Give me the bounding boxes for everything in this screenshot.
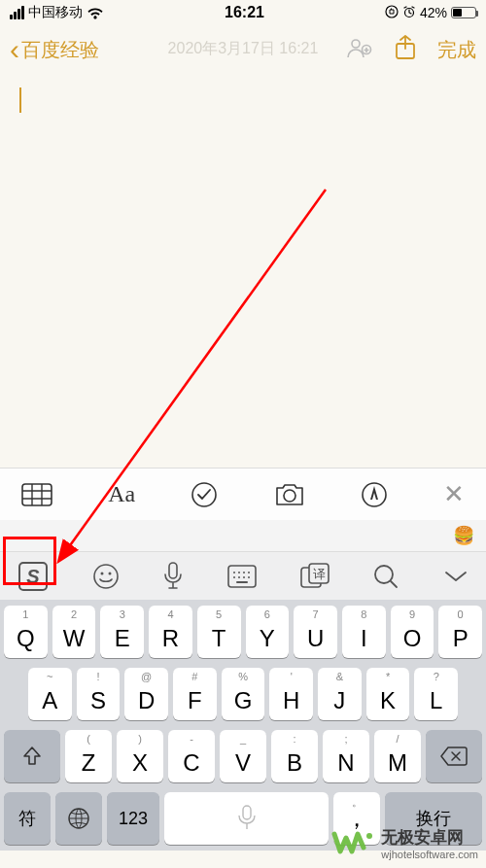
signal-icon xyxy=(10,6,24,19)
space-key[interactable] xyxy=(164,792,329,845)
status-bar: 中国移动 16:21 42% xyxy=(0,0,486,25)
sup-label: % xyxy=(238,671,248,682)
svg-rect-15 xyxy=(228,566,256,587)
key-M[interactable]: /M xyxy=(374,730,421,782)
text-cursor xyxy=(19,87,21,113)
key-A[interactable]: ~A xyxy=(28,668,72,720)
sup-label: ( xyxy=(87,733,90,745)
camera-icon[interactable] xyxy=(274,482,305,507)
key-R[interactable]: 4R xyxy=(149,606,192,658)
main-label: U xyxy=(307,625,324,652)
wifi-icon xyxy=(87,7,104,19)
sup-label: 6 xyxy=(264,608,270,620)
sup-label: ; xyxy=(344,733,347,745)
note-content[interactable] xyxy=(0,74,486,468)
table-icon[interactable] xyxy=(21,483,52,506)
main-label: D xyxy=(138,687,155,714)
kb-row-3: (Z)X-C_V:B;N/M xyxy=(4,730,482,782)
close-keyboard-icon[interactable]: ✕ xyxy=(443,479,465,509)
status-time: 16:21 xyxy=(225,4,264,21)
main-label: E xyxy=(115,625,130,652)
key-C[interactable]: -C xyxy=(168,730,215,782)
translate-icon[interactable]: 译 xyxy=(300,563,330,590)
back-button[interactable]: ‹ 百度经验 xyxy=(10,37,99,63)
svg-point-2 xyxy=(352,40,360,48)
textstyle-button[interactable]: Aa xyxy=(108,481,135,507)
svg-point-19 xyxy=(248,572,250,573)
key-Z[interactable]: (Z xyxy=(65,730,112,782)
main-label: M xyxy=(388,749,407,777)
key-P[interactable]: 0P xyxy=(438,606,482,658)
svg-point-11 xyxy=(94,565,118,588)
key-W[interactable]: 2W xyxy=(52,606,96,658)
svg-point-22 xyxy=(243,576,245,578)
emoji-icon[interactable] xyxy=(92,563,120,590)
svg-point-23 xyxy=(248,576,250,578)
symbol-key[interactable]: 符 xyxy=(4,792,51,845)
keyboard: 1Q2W3E4R5T6Y7U8I9O0P ~A!S@D#F%G'H&J*K?L … xyxy=(0,600,486,851)
sup-label: ) xyxy=(138,733,142,745)
svg-point-18 xyxy=(243,572,245,573)
collaborate-icon[interactable] xyxy=(346,35,373,64)
sup-label: ~ xyxy=(47,671,52,682)
main-label: Z xyxy=(82,749,96,777)
done-button[interactable]: 完成 xyxy=(437,37,476,63)
number-key[interactable]: 123 xyxy=(107,792,159,845)
key-D[interactable]: @D xyxy=(124,668,168,720)
key-U[interactable]: 7U xyxy=(294,606,337,658)
svg-point-21 xyxy=(238,576,240,578)
checklist-icon[interactable] xyxy=(191,481,218,508)
backspace-key[interactable] xyxy=(426,730,482,782)
markup-icon[interactable] xyxy=(361,481,388,508)
key-B[interactable]: :B xyxy=(271,730,318,782)
globe-key[interactable] xyxy=(55,792,102,845)
key-I[interactable]: 8I xyxy=(342,606,386,658)
search-icon[interactable] xyxy=(372,563,399,590)
main-label: I xyxy=(361,625,367,652)
key-L[interactable]: ?L xyxy=(414,668,458,720)
sup-label: 。 xyxy=(352,795,363,810)
svg-point-28 xyxy=(375,566,393,583)
voice-icon[interactable] xyxy=(162,562,184,591)
main-label: Q xyxy=(17,625,35,652)
sup-label: 2 xyxy=(71,608,77,620)
key-K[interactable]: *K xyxy=(366,668,410,720)
collapse-icon[interactable] xyxy=(443,569,469,584)
key-F[interactable]: #F xyxy=(173,668,217,720)
sup-label: 1 xyxy=(22,608,28,620)
main-label: G xyxy=(234,687,253,714)
sup-label: ? xyxy=(434,671,439,682)
sup-label: / xyxy=(396,733,399,745)
key-V[interactable]: _V xyxy=(220,730,266,782)
kb-row-1: 1Q2W3E4R5T6Y7U8I9O0P xyxy=(4,606,482,658)
main-label: J xyxy=(333,687,345,714)
app-suggest-icon[interactable]: 🍔 xyxy=(453,525,474,546)
key-J[interactable]: &J xyxy=(318,668,362,720)
key-X[interactable]: )X xyxy=(117,730,163,782)
main-label: L xyxy=(430,687,442,714)
key-E[interactable]: 3E xyxy=(100,606,144,658)
shift-key[interactable] xyxy=(4,730,60,782)
note-date: 2020年3月17日 16:21 xyxy=(168,39,319,59)
key-O[interactable]: 9O xyxy=(391,606,434,658)
key-S[interactable]: !S xyxy=(77,668,121,720)
svg-text:译: 译 xyxy=(312,567,325,581)
keyboard-mode-icon[interactable] xyxy=(227,565,257,588)
share-icon[interactable] xyxy=(395,35,416,64)
battery-pct: 42% xyxy=(420,5,447,20)
key-Y[interactable]: 6Y xyxy=(246,606,290,658)
sogou-logo-button[interactable]: S xyxy=(17,561,49,592)
key-G[interactable]: %G xyxy=(222,668,265,720)
nav-actions: 完成 xyxy=(346,35,476,64)
back-label: 百度经验 xyxy=(21,37,99,63)
key-H[interactable]: 'H xyxy=(269,668,313,720)
alarm-icon xyxy=(402,5,416,21)
svg-rect-30 xyxy=(243,806,251,819)
key-Q[interactable]: 1Q xyxy=(4,606,48,658)
key-N[interactable]: ;N xyxy=(323,730,369,782)
key-T[interactable]: 5T xyxy=(197,606,241,658)
carrier-label: 中国移动 xyxy=(28,4,83,21)
main-label: O xyxy=(403,625,422,652)
status-left: 中国移动 xyxy=(10,4,104,21)
battery-icon xyxy=(451,7,476,18)
